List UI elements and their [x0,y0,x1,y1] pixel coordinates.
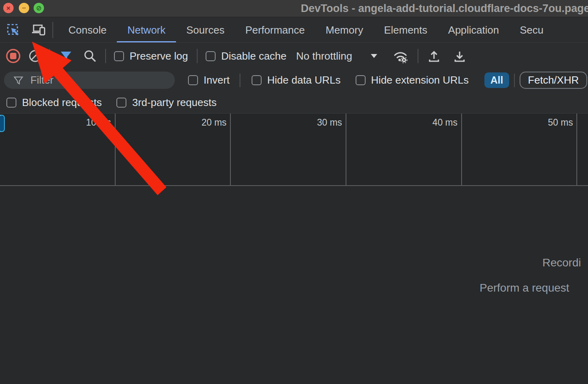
tab-console[interactable]: Console [58,17,117,43]
timeline-column: 10 ms [0,114,116,185]
network-filter-row: Filter Invert Hide data URLs Hide extens… [0,69,588,92]
hide-extension-urls-checkbox[interactable] [356,75,366,85]
clear-network-log-button[interactable] [28,48,43,64]
blocked-requests-label[interactable]: Blocked requests [22,96,102,109]
window-title: DevTools - angela-add-tutorial.cloudflar… [301,2,588,15]
timeline-tick-label: 30 ms [317,117,342,128]
recording-status-text: Recordi [542,256,581,269]
timeline-column: 50 ms [462,114,578,185]
minimize-window-button[interactable]: − [19,3,29,13]
toolbar-separator [49,49,50,63]
blocked-requests-group[interactable]: Blocked requests [6,96,102,109]
third-party-requests-checkbox[interactable] [116,98,126,108]
funnel-outline-icon [13,75,24,86]
disable-cache-label[interactable]: Disable cache [221,50,286,62]
record-stop-icon [5,48,22,64]
preserve-log-label[interactable]: Preserve log [130,50,188,62]
filter-separator [240,74,240,87]
hide-data-urls-label[interactable]: Hide data URLs [267,74,341,86]
throttling-value: No throttling [296,50,352,62]
request-filters-row: Blocked requests 3rd-party requests [0,92,588,113]
hide-data-urls-group[interactable]: Hide data URLs [252,74,341,86]
network-toolbar: Preserve log Disable cache No throttling [0,42,588,69]
import-har-button[interactable] [426,48,442,64]
invert-group[interactable]: Invert [188,74,230,86]
chevron-down-icon [370,54,378,58]
tab-network[interactable]: Network [117,17,176,43]
tab-performance[interactable]: Performance [235,17,315,43]
timeline-tick-label: 50 ms [548,117,573,128]
filter-toggle-button[interactable] [59,49,73,63]
blocked-requests-checkbox[interactable] [6,98,16,108]
window-titlebar: × − ⊘ DevTools - angela-add-tutorial.clo… [0,0,588,17]
timeline-column: 30 ms [231,114,346,185]
device-toolbar-icon [31,22,46,38]
timeline-column: 40 ms [346,114,462,185]
inspect-cursor-icon [6,23,20,37]
filter-type-all-button[interactable]: All [484,72,509,88]
hide-extension-urls-group[interactable]: Hide extension URLs [356,74,469,86]
third-party-requests-group[interactable]: 3rd-party requests [116,96,216,109]
funnel-icon [59,49,73,63]
tab-sources[interactable]: Sources [176,17,235,43]
clear-icon [28,48,43,64]
empty-state-hint-text: Perform a request [480,282,569,294]
toolbar-separator [105,49,106,63]
preserve-log-group[interactable]: Preserve log [114,50,188,62]
filter-placeholder: Filter [30,74,54,86]
hide-extension-urls-label[interactable]: Hide extension URLs [371,74,469,86]
toolbar-separator [52,22,53,38]
network-conditions-button[interactable] [392,48,409,64]
invert-label[interactable]: Invert [204,74,230,86]
export-har-button[interactable] [452,48,467,64]
disable-cache-checkbox[interactable] [206,51,216,61]
third-party-requests-label[interactable]: 3rd-party requests [132,96,216,109]
panel-tabs: Console Network Sources Performance Memo… [58,17,554,43]
network-overview-timeline[interactable]: 10 ms 20 ms 30 ms 40 ms 50 ms [0,113,588,186]
inspect-element-button[interactable] [6,23,20,37]
disable-cache-group[interactable]: Disable cache [206,50,286,62]
record-network-log-button[interactable] [5,48,22,64]
toolbar-separator [418,49,418,63]
tab-memory[interactable]: Memory [315,17,374,43]
upload-icon [426,48,442,64]
zoom-window-button[interactable]: ⊘ [34,3,44,13]
devtools-tabbar: Console Network Sources Performance Memo… [0,17,588,43]
download-icon [452,48,467,64]
filter-separator [514,74,515,87]
filter-type-fetch-xhr-button[interactable]: Fetch/XHR [520,72,587,89]
search-icon [83,49,97,63]
throttling-select[interactable]: No throttling [296,50,378,62]
search-network-button[interactable] [83,49,97,63]
invert-checkbox[interactable] [188,75,198,85]
close-window-button[interactable]: × [3,3,14,13]
wifi-gear-icon [392,48,409,64]
timeline-column: 20 ms [116,114,231,185]
timeline-tick-label: 10 ms [86,117,111,128]
timeline-tick-label: 20 ms [202,117,227,128]
timeline-column-partial [577,114,588,185]
hide-data-urls-checkbox[interactable] [252,75,262,85]
preserve-log-checkbox[interactable] [114,51,124,61]
filter-input[interactable]: Filter [4,72,175,89]
timeline-selection-handle[interactable] [0,115,5,132]
timeline-tick-label: 40 ms [432,117,458,128]
tab-application[interactable]: Application [438,17,509,43]
toolbar-separator [197,49,198,63]
toggle-device-toolbar-button[interactable] [31,22,46,38]
tab-security[interactable]: Secu [510,17,554,43]
tab-elements[interactable]: Elements [374,17,438,43]
